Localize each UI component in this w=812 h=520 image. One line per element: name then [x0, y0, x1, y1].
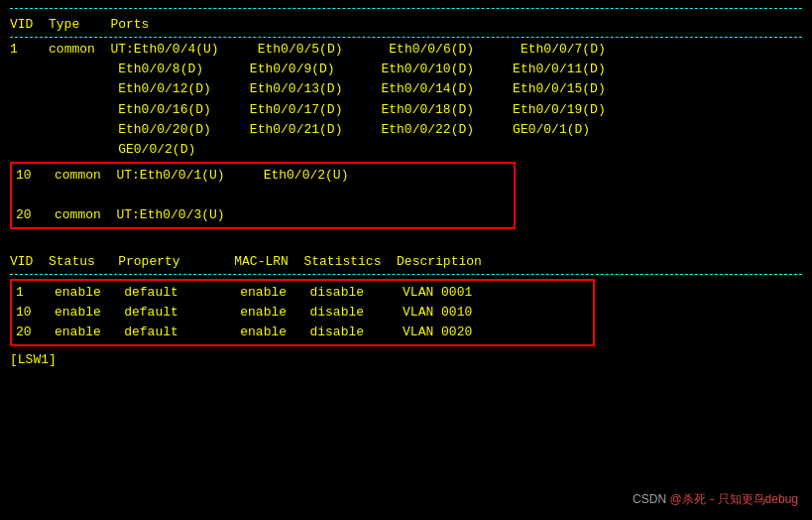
vlan20-vid: 20 [16, 207, 32, 222]
prompt-line[interactable]: [LSW1] [10, 350, 802, 370]
vlan1-ports-1: UT:Eth0/0/4(U) Eth0/0/5(D) Eth0/0/6(D) E… [110, 42, 605, 57]
vlan20-ports: UT:Eth0/0/3(U) [116, 207, 224, 222]
watermark: CSDN @杀死－只知更鸟debug [633, 491, 798, 508]
section-divider-2 [10, 274, 802, 275]
vlan10-type: common [55, 168, 101, 183]
watermark-csdn: CSDN [633, 492, 669, 506]
vlan-status-table-box: 1 enable default enable disable VLAN 000… [10, 279, 595, 346]
vlan-10-20-box: 10 common UT:Eth0/0/1(U) Eth0/0/2(U) 20 … [10, 162, 516, 229]
vlan-status-row-3: 20 enable default enable disable VLAN 00… [16, 323, 589, 342]
vlan10-vid: 10 [16, 168, 32, 183]
vlan20-type: common [55, 207, 101, 222]
vlan1-ports-2: Eth0/0/8(D) Eth0/0/9(D) Eth0/0/10(D) Eth… [10, 60, 802, 79]
second-header: VID Status Property MAC-LRN Statistics D… [10, 252, 802, 272]
section-divider-1 [10, 37, 802, 38]
vlan10-ports: UT:Eth0/0/1(U) Eth0/0/2(U) [116, 168, 348, 183]
top-divider [10, 8, 802, 9]
vlan1-ports-3: Eth0/0/12(D) Eth0/0/13(D) Eth0/0/14(D) E… [10, 79, 802, 99]
vlan1-vid: 1 [10, 42, 18, 57]
vlan10-empty [16, 186, 510, 205]
vlan1-ports-4: Eth0/0/16(D) Eth0/0/17(D) Eth0/0/18(D) E… [10, 100, 802, 120]
header-row: VID Type Ports [10, 15, 802, 35]
vlan20-line: 20 common UT:Eth0/0/3(U) [16, 205, 510, 225]
blank-line-1 [10, 231, 802, 251]
vlan1-type: common [49, 42, 95, 57]
watermark-at: @杀死－只知更鸟debug [669, 492, 798, 506]
vlan1-ports-6: GE0/0/2(D) [10, 140, 802, 160]
vlan1-block: 1 common UT:Eth0/0/4(U) Eth0/0/5(D) Eth0… [10, 40, 802, 160]
vlan-status-row-2: 10 enable default enable disable VLAN 00… [16, 303, 589, 323]
terminal-window: VID Type Ports 1 common UT:Eth0/0/4(U) E… [0, 0, 812, 520]
vlan10-line: 10 common UT:Eth0/0/1(U) Eth0/0/2(U) [16, 166, 510, 186]
vlan1-first-line: 1 common UT:Eth0/0/4(U) Eth0/0/5(D) Eth0… [10, 40, 802, 60]
vlan1-ports-5: Eth0/0/20(D) Eth0/0/21(D) Eth0/0/22(D) G… [10, 120, 802, 140]
vlan-status-row-1: 1 enable default enable disable VLAN 000… [16, 283, 589, 303]
